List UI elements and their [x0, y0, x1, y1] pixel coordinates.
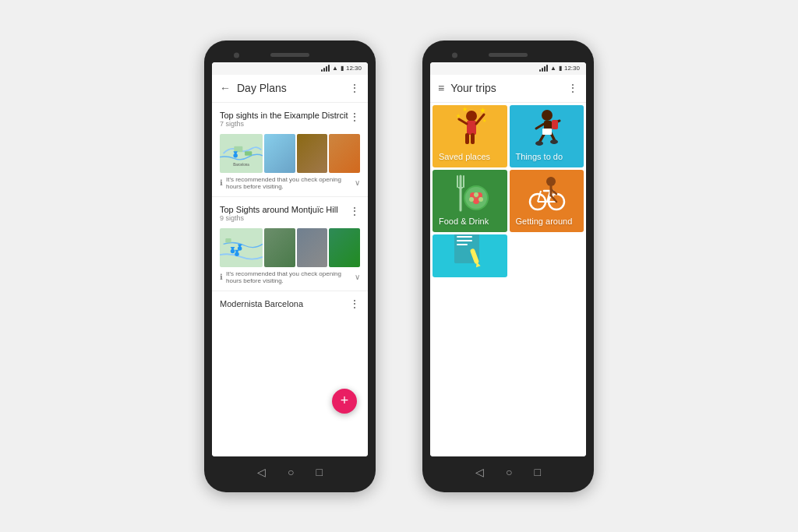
screen-content-right: ★ ★ ★ ★ Saved places — [430, 103, 586, 456]
svg-rect-33 — [552, 120, 558, 129]
signal-icon — [321, 65, 330, 72]
saved-places-svg: ★ ★ ★ ★ — [448, 105, 491, 152]
section-more-3[interactable]: ⋮ — [349, 298, 360, 310]
signal-icon-right — [539, 65, 548, 72]
trips-grid: ★ ★ ★ ★ Saved places — [430, 103, 586, 280]
svg-rect-7 — [225, 238, 231, 243]
wifi-icon-right: ▲ — [550, 65, 556, 72]
svg-text:Barcelona: Barcelona — [233, 162, 249, 166]
status-time-left: 12:30 — [346, 65, 362, 72]
nav-home-left[interactable]: ○ — [288, 466, 294, 478]
chevron-2[interactable]: ∨ — [355, 273, 360, 281]
svg-point-42 — [474, 192, 478, 197]
tile-getting-around[interactable]: Getting around — [510, 170, 584, 232]
photo-1a — [264, 134, 295, 173]
tile-food-drink[interactable]: Food & Drink — [433, 170, 507, 232]
nav-bar-left: ◁ ○ □ — [212, 456, 368, 484]
phone-top-left — [212, 48, 368, 62]
app-bar-right: ≡ Your trips ⋮ — [430, 75, 586, 103]
camera-right — [452, 52, 457, 58]
app-bar-title-right: Your trips — [450, 82, 567, 94]
info-row-1: ℹ It's recommended that you check openin… — [220, 173, 360, 193]
screen-right: ▲ ▮ 12:30 ≡ Your trips ⋮ — [430, 62, 586, 456]
phone-left: ▲ ▮ 12:30 ← Day Plans ⋮ Top sights in th… — [204, 41, 376, 492]
photo-2a — [264, 228, 295, 267]
section-title-2: Top Sights around Montjuïc Hill — [220, 205, 338, 214]
status-bar-right: ▲ ▮ 12:30 — [430, 62, 586, 75]
tile-saved-places[interactable]: ★ ★ ★ ★ Saved places — [433, 105, 507, 167]
tile-label-getting-around: Getting around — [516, 217, 578, 226]
svg-text:★: ★ — [456, 113, 461, 118]
more-menu-button-right[interactable]: ⋮ — [567, 82, 578, 94]
app-bar-title-left: Day Plans — [237, 82, 349, 94]
screen-wrapper-left: Top sights in the Eixample Distrcit 7 si… — [212, 103, 368, 456]
things-to-do-illustration — [510, 105, 584, 152]
svg-rect-30 — [542, 129, 552, 135]
svg-point-53 — [546, 177, 556, 186]
more-menu-button-left[interactable]: ⋮ — [349, 82, 360, 94]
section-more-1[interactable]: ⋮ — [349, 111, 360, 123]
fab-button[interactable]: + — [332, 389, 357, 414]
nav-recents-left[interactable]: □ — [316, 466, 323, 478]
info-icon-2: ℹ — [220, 273, 223, 281]
svg-rect-15 — [467, 121, 476, 135]
svg-point-44 — [478, 197, 483, 202]
svg-text:★: ★ — [462, 106, 468, 113]
speaker-right — [489, 53, 528, 57]
extra-illustration — [433, 234, 507, 262]
info-row-2: ℹ It's recommended that you check openin… — [220, 267, 360, 287]
section-header-1: Top sights in the Eixample Distrcit 7 si… — [220, 111, 360, 132]
section-subtitle-2: 9 sigths — [220, 214, 338, 222]
nav-back-left[interactable]: ◁ — [257, 466, 266, 478]
nav-bar-right: ◁ ○ □ — [430, 456, 586, 484]
svg-rect-18 — [465, 133, 469, 144]
svg-rect-59 — [457, 236, 472, 238]
section-title-1: Top sights in the Eixample Distrcit — [220, 111, 348, 120]
section-more-2[interactable]: ⋮ — [349, 205, 360, 217]
tile-label-saved-places: Saved places — [439, 152, 501, 161]
photo-1c — [329, 134, 360, 173]
screen-left: ▲ ▮ 12:30 ← Day Plans ⋮ Top sights in th… — [212, 62, 368, 456]
svg-rect-19 — [471, 133, 475, 144]
camera-left — [234, 52, 239, 58]
scene: ▲ ▮ 12:30 ← Day Plans ⋮ Top sights in th… — [0, 0, 798, 532]
wifi-icon: ▲ — [332, 65, 338, 72]
extra-svg — [450, 234, 489, 270]
svg-text:★: ★ — [482, 118, 486, 123]
nav-back-right[interactable]: ◁ — [475, 466, 484, 478]
svg-rect-2 — [245, 151, 252, 156]
food-drink-illustration — [433, 170, 507, 217]
section-header-2: Top Sights around Montjuïc Hill 9 sigths… — [220, 205, 360, 227]
map-thumb-2 — [220, 228, 263, 267]
photo-grid-1: Barcelona — [220, 134, 360, 173]
photo-1b — [297, 134, 328, 173]
photo-grid-2 — [220, 228, 360, 267]
phone-top-right — [430, 48, 586, 62]
back-button[interactable]: ← — [220, 82, 231, 94]
svg-line-52 — [538, 191, 541, 202]
info-text-1: It's recommended that you check opening … — [226, 176, 351, 190]
tile-things-to-do[interactable]: Things to do — [510, 105, 584, 167]
food-drink-svg — [448, 170, 491, 217]
svg-point-31 — [535, 141, 543, 146]
battery-icon-right: ▮ — [559, 65, 562, 72]
tile-extra[interactable] — [433, 234, 507, 277]
speaker-left — [270, 53, 309, 57]
svg-line-16 — [459, 119, 467, 124]
map-svg-1: Barcelona — [220, 134, 263, 173]
svg-line-28 — [536, 124, 544, 129]
section-subtitle-1: 7 sigths — [220, 120, 348, 128]
chevron-1[interactable]: ∨ — [355, 178, 360, 187]
photos-2 — [264, 228, 360, 267]
section-title-3: Modernista Barcelona — [220, 299, 303, 308]
nav-home-right[interactable]: ○ — [506, 466, 512, 478]
status-bar-left: ▲ ▮ 12:30 — [212, 62, 368, 75]
saved-places-illustration: ★ ★ ★ ★ — [433, 105, 507, 152]
nav-recents-right[interactable]: □ — [535, 466, 541, 478]
tile-label-food-drink: Food & Drink — [439, 217, 501, 226]
photos-1 — [264, 134, 360, 173]
info-icon-1: ℹ — [220, 178, 223, 187]
menu-button[interactable]: ≡ — [438, 82, 444, 94]
photo-2b — [297, 228, 328, 267]
info-text-2: It's recommended that you check opening … — [226, 270, 351, 284]
